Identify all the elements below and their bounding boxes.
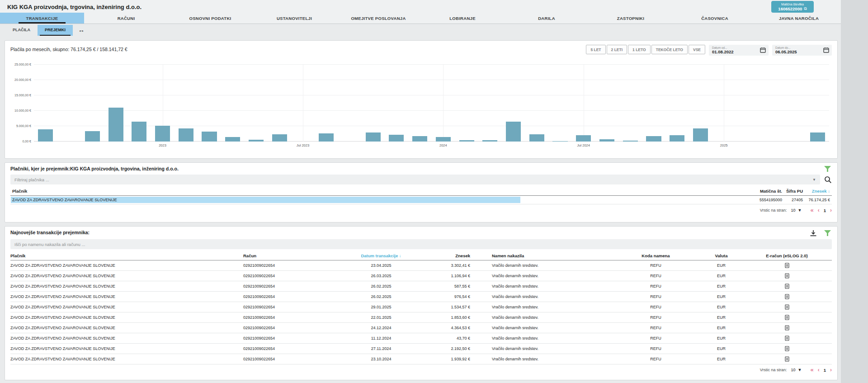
main-tab[interactable]: OMEJITVE POSLOVANJA [336,13,420,24]
next-page-button[interactable]: › [830,368,832,372]
document-icon[interactable] [785,356,789,362]
main-tab[interactable]: ČASOVNICA [673,13,757,24]
table-row[interactable]: ZAVOD ZA ZDRAVSTVENO ZAVAROVANJE SLOVENI… [10,312,832,323]
cell-account: 02921009022654 [243,305,338,309]
main-tab[interactable]: JAVNA NAROČILA [757,13,841,24]
payer-row[interactable]: ZAVOD ZA ZDRAVSTVENO ZAVAROVANJE SLOVENI… [10,196,832,204]
document-icon[interactable] [785,336,789,341]
download-icon[interactable] [810,230,817,236]
right-gutter [841,0,868,383]
chart-bar[interactable] [38,129,53,142]
cell-account: 02921009022654 [243,336,338,340]
table-row[interactable]: ZAVOD ZA ZDRAVSTVENO ZAVAROVANJE SLOVENI… [10,302,832,312]
chart-bar[interactable] [529,134,544,142]
bar-slot [431,65,455,142]
main-tab[interactable]: RAČUNI [84,13,168,24]
payer-pu-code: 27405 [782,198,803,202]
document-icon[interactable] [785,315,789,320]
main-tab[interactable]: DARILA [505,13,589,24]
document-icon[interactable] [785,346,789,351]
date-from-picker[interactable]: Datum od... 01.08.2022 [709,45,769,56]
chart-bar[interactable] [108,108,123,142]
chart-bar[interactable] [366,132,381,142]
chart-bar[interactable] [132,122,146,142]
prev-page-button[interactable]: ‹ [818,208,820,213]
rows-per-page-select[interactable]: 10▼ [791,368,802,372]
date-to-picker[interactable]: Datum do... 06.05.2025 [772,45,832,56]
chart-bar[interactable] [225,137,240,142]
document-icon[interactable] [785,284,789,289]
next-page-button[interactable]: › [830,208,832,213]
rows-per-page-select[interactable]: 10▼ [791,208,802,213]
search-icon[interactable] [824,176,832,184]
main-tab[interactable]: ZASTOPNIKI [589,13,673,24]
prev-page-button[interactable]: ‹ [818,368,820,372]
range-button[interactable]: 2 LETI [607,45,627,54]
table-row[interactable]: ZAVOD ZA ZDRAVSTVENO ZAVAROVANJE SLOVENI… [10,260,832,271]
chart-bar[interactable] [459,140,474,142]
filter-funnel-icon[interactable] [824,230,831,236]
table-row[interactable]: ZAVOD ZA ZDRAVSTVENO ZAVAROVANJE SLOVENI… [10,271,832,281]
chart-bar[interactable] [319,133,334,142]
table-row[interactable]: ZAVOD ZA ZDRAVSTVENO ZAVAROVANJE SLOVENI… [10,292,832,302]
document-icon[interactable] [785,325,789,331]
payer-name: ZAVOD ZA ZDRAVSTVENO ZAVAROVANJE SLOVENI… [12,198,728,202]
chart-bar[interactable] [202,132,217,142]
chart-bar[interactable] [599,139,614,142]
chart-bar[interactable] [155,126,170,142]
transaction-search-input[interactable] [14,242,828,247]
chart-bar[interactable] [646,136,661,142]
cell-amount: 1.534,57 € [424,305,492,309]
chart-bar[interactable] [436,137,451,142]
chart-bar[interactable] [623,141,638,142]
document-icon[interactable] [785,263,789,268]
cell-date: 26.02.2025 [338,294,424,299]
table-row[interactable]: ZAVOD ZA ZDRAVSTVENO ZAVAROVANJE SLOVENI… [10,323,832,333]
main-tab[interactable]: TRANSAKCIJE [0,13,84,24]
chart-bar[interactable] [249,140,264,142]
range-button[interactable]: TEKOČE LETO [651,45,688,54]
chart-bar[interactable] [85,131,100,142]
first-page-button[interactable]: « [810,368,813,372]
chart-bar[interactable] [482,140,497,142]
calendar-icon[interactable] [760,47,766,53]
sub-tab[interactable]: PLAČILA [5,25,38,36]
table-row[interactable]: ZAVOD ZA ZDRAVSTVENO ZAVAROVANJE SLOVENI… [10,281,832,292]
main-tab[interactable]: LOBIRANJE [420,13,505,24]
filter-funnel-icon[interactable] [824,166,831,172]
document-icon[interactable] [785,304,789,310]
chart-bar[interactable] [389,135,404,142]
chart-bar[interactable] [506,122,521,142]
chart-bar[interactable] [179,128,193,142]
payer-filter-input[interactable] [14,177,812,182]
table-row[interactable]: ZAVOD ZA ZDRAVSTVENO ZAVAROVANJE SLOVENI… [10,354,832,364]
chart-bar[interactable] [810,132,825,142]
sub-tab[interactable]: PREJEMKI [38,25,73,36]
table-row[interactable]: ZAVOD ZA ZDRAVSTVENO ZAVAROVANJE SLOVENI… [10,344,832,354]
chart-bar[interactable] [272,134,287,142]
document-icon[interactable] [785,273,789,279]
chart-bar[interactable] [552,141,567,142]
cell-date: 26.03.2025 [338,274,424,278]
main-tab[interactable]: OSNOVNI PODATKI [168,13,252,24]
copy-icon[interactable]: ⧉ [804,6,807,11]
chart-bar[interactable] [576,135,591,142]
chart-bar[interactable] [670,135,684,142]
date-from-value: 01.08.2022 [712,49,758,54]
first-page-button[interactable]: « [810,208,813,213]
document-icon[interactable] [785,294,789,299]
range-button[interactable]: VSE [689,45,705,54]
range-button[interactable]: 5 LET [586,45,605,54]
bar-slot [104,65,127,142]
calendar-icon[interactable] [823,47,829,53]
main-tab[interactable]: USTANOVITELJI [252,13,336,24]
horizontal-scroll-arrow-icon[interactable]: ↔ [73,25,85,36]
range-button[interactable]: 1 LETO [628,45,651,54]
column-date-sort[interactable]: Datum transakcije ↓ [338,253,424,258]
chevron-down-icon[interactable]: ▼ [812,178,816,182]
column-amount-sort[interactable]: Znesek ↓ [803,189,830,194]
bar-slot [57,65,81,142]
chart-bar[interactable] [412,136,427,142]
chart-bar[interactable] [693,128,708,142]
table-row[interactable]: ZAVOD ZA ZDRAVSTVENO ZAVAROVANJE SLOVENI… [10,333,832,344]
